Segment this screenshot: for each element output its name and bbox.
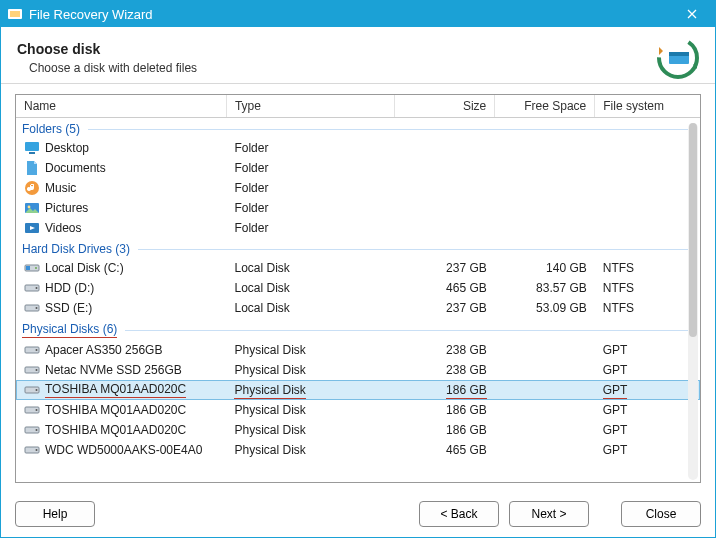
row-name: Music [45,181,76,195]
row-fs: GPT [595,420,700,440]
svg-point-27 [36,429,38,431]
hdd-icon [24,362,40,378]
row-free [495,138,595,158]
group-label: Hard Disk Drives (3) [22,242,130,256]
row-fs [595,178,700,198]
row-fs: GPT [595,440,700,460]
row-fs: GPT [595,360,700,380]
table-row[interactable]: DesktopFolder [16,138,700,158]
row-type: Physical Disk [226,380,394,400]
close-button[interactable]: Close [621,501,701,527]
row-fs: GPT [595,380,700,400]
col-header-fs[interactable]: File system [595,95,700,118]
svg-point-19 [36,349,38,351]
row-fs: NTFS [595,298,700,318]
pics-icon [24,200,40,216]
svg-rect-4 [669,52,689,56]
row-type: Folder [226,158,394,178]
table-row[interactable]: TOSHIBA MQ01AAD020CPhysical Disk186 GBGP… [16,380,700,400]
music-icon [24,180,40,196]
window-close-button[interactable] [675,2,709,26]
next-button[interactable]: Next > [509,501,589,527]
row-free [495,198,595,218]
table-row[interactable]: WDC WD5000AAKS-00E4A0Physical Disk465 GB… [16,440,700,460]
row-size: 186 GB [395,420,495,440]
col-header-type[interactable]: Type [226,95,394,118]
table-row[interactable]: Apacer AS350 256GBPhysical Disk238 GBGPT [16,340,700,360]
row-name: Videos [45,221,81,235]
hdd-icon [24,402,40,418]
row-size: 186 GB [395,380,495,400]
row-type: Folder [226,218,394,238]
row-size [395,158,495,178]
row-free: 140 GB [495,258,595,278]
hdd-icon [24,280,40,296]
table-row[interactable]: SSD (E:)Local Disk237 GB53.09 GBNTFS [16,298,700,318]
row-size [395,178,495,198]
disk-table: Name Type Size Free Space File system Fo… [16,95,700,460]
hdd-icon [24,422,40,438]
row-size [395,218,495,238]
row-free [495,380,595,400]
svg-point-15 [36,287,38,289]
row-size: 237 GB [395,258,495,278]
table-row[interactable]: TOSHIBA MQ01AAD020CPhysical Disk186 GBGP… [16,420,700,440]
row-name: Apacer AS350 256GB [45,343,162,357]
page-subheading: Choose a disk with deleted files [29,61,197,75]
row-fs [595,218,700,238]
table-row[interactable]: TOSHIBA MQ01AAD020CPhysical Disk186 GBGP… [16,400,700,420]
svg-point-29 [36,449,38,451]
table-row[interactable]: HDD (D:)Local Disk465 GB83.57 GBNTFS [16,278,700,298]
svg-rect-6 [29,152,35,154]
row-name: Desktop [45,141,89,155]
table-row[interactable]: Local Disk (C:)Local Disk237 GB140 GBNTF… [16,258,700,278]
row-free [495,340,595,360]
row-type: Local Disk [226,258,394,278]
row-type: Folder [226,178,394,198]
row-free [495,400,595,420]
row-type: Physical Disk [226,400,394,420]
back-button[interactable]: < Back [419,501,499,527]
help-button[interactable]: Help [15,501,95,527]
svg-point-17 [36,307,38,309]
video-icon [24,220,40,236]
col-header-size[interactable]: Size [395,95,495,118]
row-name: WDC WD5000AAKS-00E4A0 [45,443,202,457]
row-type: Physical Disk [226,440,394,460]
row-type: Folder [226,198,394,218]
row-fs: GPT [595,400,700,420]
svg-point-13 [35,267,37,269]
row-size: 186 GB [395,400,495,420]
row-size: 238 GB [395,340,495,360]
row-size [395,198,495,218]
col-header-free[interactable]: Free Space [495,95,595,118]
table-row[interactable]: Netac NVMe SSD 256GBPhysical Disk238 GBG… [16,360,700,380]
scrollbar[interactable] [688,123,698,480]
row-name: Pictures [45,201,88,215]
row-name: Netac NVMe SSD 256GB [45,363,182,377]
row-type: Local Disk [226,298,394,318]
row-fs: GPT [595,340,700,360]
localdisk-icon [24,260,40,276]
row-fs: NTFS [595,258,700,278]
table-row[interactable]: PicturesFolder [16,198,700,218]
hdd-icon [24,442,40,458]
window-title: File Recovery Wizard [29,7,675,22]
row-type: Local Disk [226,278,394,298]
row-name: Documents [45,161,106,175]
page-heading: Choose disk [17,41,197,57]
app-icon [7,6,23,22]
group-label: Physical Disks (6) [22,322,117,338]
row-fs [595,198,700,218]
row-size: 237 GB [395,298,495,318]
table-row[interactable]: VideosFolder [16,218,700,238]
svg-point-23 [36,389,38,391]
wizard-logo-icon [657,37,699,79]
group-hdd: Hard Disk Drives (3) [16,238,700,258]
row-free [495,420,595,440]
row-type: Physical Disk [226,340,394,360]
col-header-name[interactable]: Name [16,95,226,118]
scrollbar-thumb[interactable] [689,123,697,337]
table-row[interactable]: MusicFolder [16,178,700,198]
table-row[interactable]: DocumentsFolder [16,158,700,178]
